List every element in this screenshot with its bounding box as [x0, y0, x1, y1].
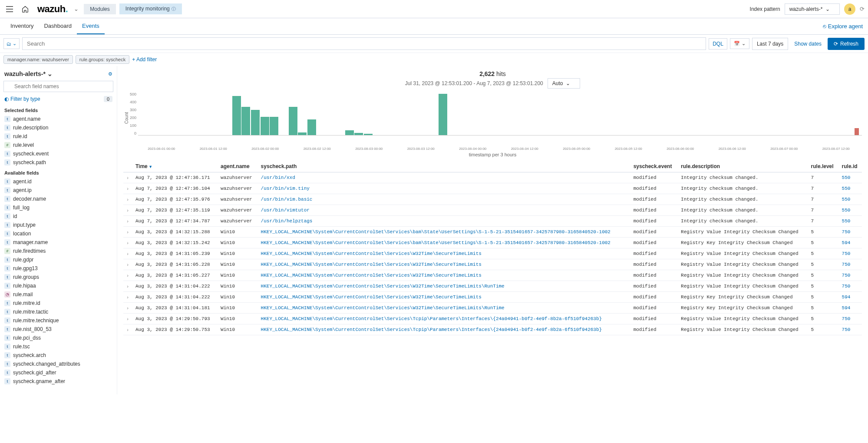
cell-rule-id[interactable]: 750: [838, 227, 862, 238]
field-item[interactable]: trule.mitre.tactic: [3, 307, 113, 316]
cell-rule-id[interactable]: 594: [838, 238, 862, 248]
tab-events[interactable]: Events: [77, 18, 105, 34]
histogram-bar[interactable]: [439, 94, 447, 135]
cell-path[interactable]: HKEY_LOCAL_MACHINE\System\CurrentControl…: [257, 324, 630, 335]
breadcrumb-modules[interactable]: Modules: [84, 4, 116, 14]
field-item[interactable]: tinput.type: [3, 221, 113, 229]
expand-row-icon[interactable]: ›: [123, 205, 132, 216]
histogram-bar[interactable]: [241, 107, 250, 135]
interval-select[interactable]: Auto ⌄: [548, 78, 580, 89]
field-item[interactable]: tlocation: [3, 229, 113, 238]
chevron-down-icon[interactable]: ⌄: [74, 6, 79, 12]
expand-row-icon[interactable]: ›: [123, 194, 132, 205]
field-item[interactable]: trule.description: [3, 123, 113, 132]
date-quick-select[interactable]: 📅⌄: [730, 38, 749, 49]
field-item[interactable]: trule.id: [3, 132, 113, 141]
gear-icon[interactable]: ⟳: [860, 6, 865, 12]
cell-rule-id[interactable]: 550: [838, 216, 862, 227]
field-item[interactable]: tmanager.name: [3, 238, 113, 247]
filter-pill[interactable]: rule.groups: syscheck: [76, 55, 129, 64]
cell-path[interactable]: HKEY_LOCAL_MACHINE\System\CurrentControl…: [257, 303, 630, 314]
field-item[interactable]: trule.groups: [3, 273, 113, 281]
field-item[interactable]: trule.gdpr: [3, 255, 113, 264]
cell-rule-id[interactable]: 550: [838, 172, 862, 183]
expand-row-icon[interactable]: ›: [123, 238, 132, 248]
cell-rule-id[interactable]: 750: [838, 248, 862, 259]
cell-rule-id[interactable]: 550: [838, 194, 862, 205]
tab-inventory[interactable]: Inventory: [5, 18, 39, 34]
field-item[interactable]: tagent.id: [3, 177, 113, 186]
histogram-chart[interactable]: Count 5004003002001000: [123, 92, 862, 144]
histogram-bar[interactable]: [345, 130, 354, 135]
field-item[interactable]: tsyscheck.gname_after: [3, 377, 113, 386]
cell-path[interactable]: HKEY_LOCAL_MACHINE\System\CurrentControl…: [257, 270, 630, 281]
cell-path[interactable]: /usr/bin/vim.tiny: [257, 183, 630, 194]
column-header[interactable]: Time: [132, 161, 217, 172]
expand-row-icon[interactable]: ›: [123, 324, 132, 335]
cell-path[interactable]: /usr/bin/vimtutor: [257, 205, 630, 216]
field-item[interactable]: tsyscheck.arch: [3, 351, 113, 360]
field-search-input[interactable]: [3, 81, 113, 92]
field-item[interactable]: #rule.level: [3, 141, 113, 149]
cell-rule-id[interactable]: 550: [838, 183, 862, 194]
column-header[interactable]: rule.id: [838, 161, 862, 172]
field-item[interactable]: tagent.ip: [3, 186, 113, 195]
histogram-bar[interactable]: [364, 134, 373, 135]
menu-icon[interactable]: [3, 3, 16, 15]
expand-row-icon[interactable]: ›: [123, 227, 132, 238]
field-item[interactable]: ◔rule.mail: [3, 290, 113, 299]
avatar[interactable]: a: [844, 3, 855, 15]
cell-rule-id[interactable]: 750: [838, 281, 862, 292]
histogram-bar[interactable]: [261, 117, 269, 135]
expand-row-icon[interactable]: ›: [123, 314, 132, 324]
field-item[interactable]: trule.gpg13: [3, 264, 113, 273]
cell-path[interactable]: /usr/bin/vim.basic: [257, 194, 630, 205]
cell-path[interactable]: HKEY_LOCAL_MACHINE\System\CurrentControl…: [257, 292, 630, 303]
field-item[interactable]: tsyscheck.path: [3, 158, 113, 167]
field-item[interactable]: trule.mitre.id: [3, 299, 113, 307]
dql-toggle[interactable]: DQL: [709, 38, 727, 50]
field-item[interactable]: trule.mitre.technique: [3, 316, 113, 325]
cell-path[interactable]: /usr/bin/helpztags: [257, 216, 630, 227]
sidebar-index-title[interactable]: wazuh-alerts-* ⌄: [4, 70, 53, 77]
cell-rule-id[interactable]: 550: [838, 205, 862, 216]
field-item[interactable]: trule.nist_800_53: [3, 325, 113, 334]
column-header[interactable]: rule.level: [808, 161, 838, 172]
field-item[interactable]: tfull_log: [3, 203, 113, 212]
field-item[interactable]: tid: [3, 212, 113, 221]
cell-rule-id[interactable]: 594: [838, 303, 862, 314]
cell-path[interactable]: HKEY_LOCAL_MACHINE\System\CurrentControl…: [257, 238, 630, 248]
field-item[interactable]: tsyscheck.gid_after: [3, 368, 113, 377]
field-item[interactable]: tsyscheck.event: [3, 149, 113, 158]
cell-path[interactable]: /usr/bin/xxd: [257, 172, 630, 183]
expand-row-icon[interactable]: ›: [123, 216, 132, 227]
search-input[interactable]: [22, 37, 706, 50]
search-options-toggle[interactable]: 🗂⌄: [3, 38, 20, 49]
histogram-bar[interactable]: [298, 132, 307, 135]
expand-row-icon[interactable]: ›: [123, 270, 132, 281]
date-range[interactable]: Last 7 days: [752, 38, 788, 50]
refresh-button[interactable]: ⟳ Refresh: [828, 38, 865, 50]
field-item[interactable]: tagent.name: [3, 115, 113, 123]
histogram-bar[interactable]: [307, 119, 316, 135]
expand-row-icon[interactable]: ›: [123, 183, 132, 194]
field-item[interactable]: tsyscheck.changed_attributes: [3, 360, 113, 368]
histogram-bar[interactable]: [251, 110, 260, 135]
histogram-bar[interactable]: [354, 133, 363, 135]
field-item[interactable]: #rule.firedtimes: [3, 247, 113, 255]
column-header[interactable]: rule.description: [677, 161, 807, 172]
field-item[interactable]: trule.tsc: [3, 342, 113, 351]
cell-path[interactable]: HKEY_LOCAL_MACHINE\System\CurrentControl…: [257, 314, 630, 324]
expand-row-icon[interactable]: ›: [123, 281, 132, 292]
cell-rule-id[interactable]: 750: [838, 270, 862, 281]
sidebar-settings-icon[interactable]: ⚙: [108, 71, 112, 77]
info-icon[interactable]: ⓘ: [172, 7, 176, 11]
cell-rule-id[interactable]: 750: [838, 324, 862, 335]
cell-path[interactable]: HKEY_LOCAL_MACHINE\System\CurrentControl…: [257, 281, 630, 292]
cell-rule-id[interactable]: 750: [838, 259, 862, 270]
add-filter-link[interactable]: + Add filter: [132, 56, 157, 63]
expand-row-icon[interactable]: ›: [123, 259, 132, 270]
home-icon[interactable]: [19, 3, 31, 15]
cell-path[interactable]: HKEY_LOCAL_MACHINE\System\CurrentControl…: [257, 227, 630, 238]
column-header[interactable]: agent.name: [217, 161, 257, 172]
